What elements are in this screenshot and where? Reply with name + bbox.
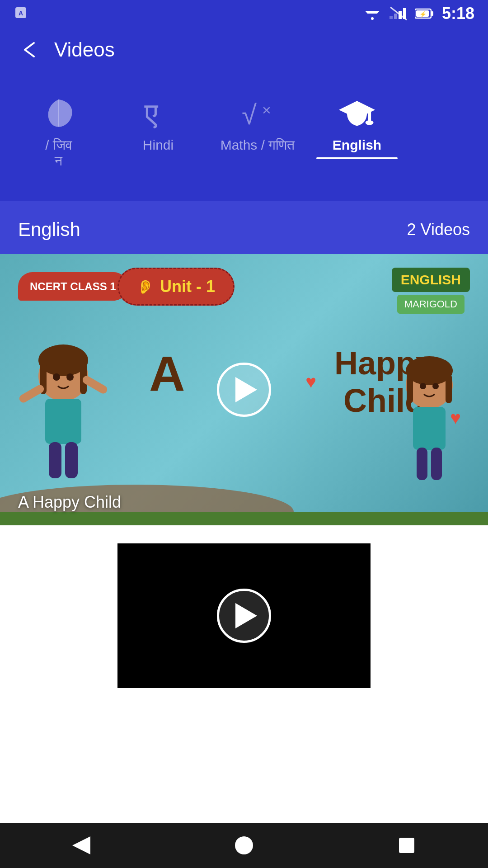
svg-rect-11 (431, 11, 433, 16)
unit-badge: 👂 Unit - 1 (117, 268, 235, 306)
bottom-nav (0, 823, 488, 868)
tab-active-indicator (316, 157, 398, 159)
status-left-icons: A (14, 5, 28, 22)
svg-point-19 (366, 120, 374, 125)
svg-text:√: √ (242, 100, 257, 130)
svg-point-43 (235, 836, 253, 854)
video-card-1[interactable]: NCERT CLASS 1 👂 Unit - 1 ENGLISH MARIGOL… (0, 254, 488, 525)
english-badge-title: ENGLISH (392, 268, 470, 292)
video-card-1-title: A Happy Child (18, 493, 121, 512)
tab-maths-label: Maths / गणित (221, 137, 295, 153)
battery-icon: ⚡ (415, 7, 435, 20)
ear-icon: 👂 (137, 279, 154, 295)
tab-english[interactable]: English (307, 86, 407, 174)
character-left (9, 344, 117, 498)
section-title: English (18, 219, 80, 241)
svg-text:ए: ए (144, 96, 159, 131)
signal-icon (389, 6, 408, 21)
bottom-spacer (0, 706, 488, 751)
svg-rect-31 (49, 442, 61, 478)
svg-point-26 (53, 373, 60, 381)
section-header: English 2 Videos (0, 201, 488, 254)
hindi-icon: ए (140, 95, 176, 131)
nav-recent-button[interactable] (389, 827, 425, 863)
letter-a-big: A (149, 344, 185, 402)
svg-rect-8 (389, 16, 393, 19)
app-bar: Videos (0, 27, 488, 72)
nav-home-button[interactable] (226, 827, 262, 863)
tab-science[interactable]: / जिवन (9, 86, 108, 174)
character-right (380, 354, 479, 498)
leaf-icon (41, 95, 77, 131)
tab-hindi[interactable]: ए Hindi (108, 86, 208, 174)
back-button[interactable] (18, 38, 41, 61)
video-card-2[interactable] (117, 543, 371, 688)
svg-rect-7 (394, 14, 397, 19)
svg-rect-39 (413, 407, 446, 450)
tab-english-label: English (333, 137, 381, 153)
play-button-2[interactable] (217, 589, 271, 643)
svg-rect-21 (0, 512, 488, 525)
svg-rect-18 (368, 110, 371, 122)
svg-point-37 (420, 383, 426, 389)
graduation-icon (339, 95, 375, 131)
play-button-1[interactable] (217, 363, 271, 417)
status-time: 5:18 (442, 4, 474, 23)
wifi-icon (362, 6, 382, 21)
svg-rect-41 (431, 448, 442, 480)
subject-tabs: / जिवन ए Hindi √ × Maths / गणित (0, 86, 488, 174)
english-marigold-badge: ENGLISH MARIGOLD (392, 268, 470, 314)
tabs-section: / जिवन ए Hindi √ × Maths / गणित (0, 72, 488, 201)
tab-hindi-label: Hindi (143, 137, 174, 153)
video-card-2-wrapper (0, 525, 488, 706)
svg-marker-42 (72, 836, 90, 854)
ncert-badge: NCERT CLASS 1 (18, 272, 128, 301)
svg-rect-35 (407, 374, 413, 403)
svg-rect-29 (18, 383, 46, 404)
svg-point-38 (432, 383, 439, 389)
svg-rect-44 (399, 838, 414, 853)
svg-rect-28 (45, 399, 81, 444)
page-title: Videos (54, 38, 115, 61)
play-triangle-icon-2 (235, 603, 257, 628)
svg-point-4 (371, 17, 374, 20)
nav-back-button[interactable] (63, 827, 99, 863)
app-icon: A (14, 5, 28, 20)
svg-text:A: A (19, 9, 23, 17)
svg-point-27 (66, 373, 74, 381)
svg-rect-40 (417, 448, 427, 480)
svg-rect-32 (65, 442, 78, 478)
maths-icon: √ × (239, 95, 276, 131)
play-triangle-icon (235, 377, 257, 402)
video-count: 2 Videos (407, 220, 470, 239)
svg-rect-36 (446, 374, 452, 403)
tab-science-label: / जिवन (45, 137, 72, 169)
tab-maths[interactable]: √ × Maths / गणित (208, 86, 307, 174)
svg-text:×: × (262, 101, 271, 118)
status-bar: A ⚡ 5:18 (0, 0, 488, 27)
svg-text:⚡: ⚡ (419, 10, 427, 18)
marigold-badge: MARIGOLD (397, 295, 465, 314)
heart-1: ♥ (305, 372, 316, 392)
